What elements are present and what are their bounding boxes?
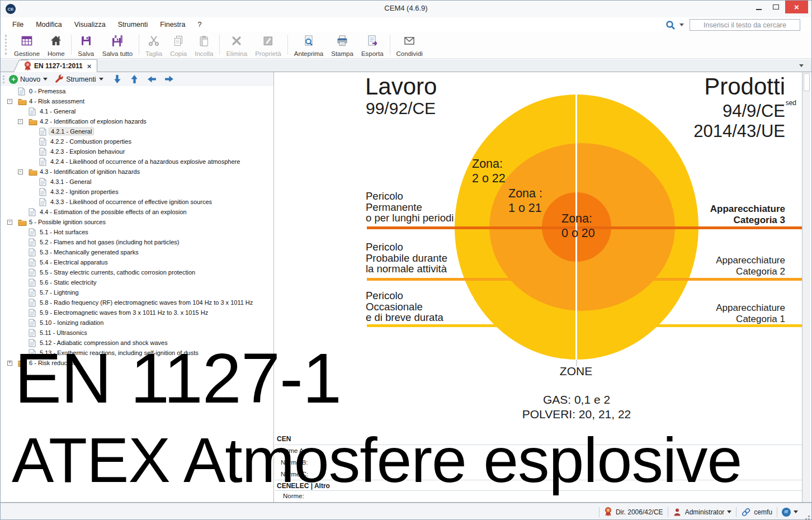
language-selector[interactable]: IT [777, 508, 802, 517]
move-left-button[interactable] [147, 74, 157, 84]
maximize-button[interactable] [767, 1, 784, 13]
tab-close-icon[interactable]: × [86, 62, 93, 70]
search-icon[interactable] [665, 20, 676, 31]
tab-en-1127[interactable]: EN 1127-1:2011 × [21, 59, 97, 72]
tree-item[interactable]: 4.2.4 - Likelihood of occurrence of a ha… [1, 157, 273, 167]
document-icon [29, 268, 38, 277]
user-label: Administrator [685, 508, 725, 516]
toolbar-button-copia: Copia [166, 31, 191, 58]
tree-item[interactable]: 5.1 - Hot surfaces [1, 227, 273, 237]
menu-finestra[interactable]: Finestra [154, 19, 191, 30]
toolbar-button-label: Incolla [195, 50, 213, 57]
tree-item[interactable]: 4.3.2 - Ignition properties [1, 187, 273, 197]
toolbar-button-home[interactable]: Home [44, 31, 69, 58]
toolbar-button-label: Elimina [226, 50, 247, 57]
resize-grip[interactable] [808, 516, 810, 517]
folder-icon [18, 98, 27, 105]
language-icon: IT [782, 508, 791, 517]
menu-help[interactable]: ? [191, 19, 207, 30]
zone-label: ZONE [537, 365, 615, 378]
title-bar: CE CEM4 (4.6.9) × [1, 1, 811, 17]
close-button[interactable]: × [785, 1, 808, 13]
tree-item[interactable]: 5.3 - Mechanically generated sparks [1, 247, 273, 257]
tab-list-caret[interactable] [799, 64, 804, 67]
move-right-button[interactable] [164, 74, 174, 84]
scrollbar-thumb[interactable] [804, 73, 810, 91]
tree-expander[interactable]: - [7, 99, 18, 104]
tree-item[interactable]: -4.3 - Identification of ignition hazard… [1, 167, 273, 177]
menu-file[interactable]: File [6, 19, 30, 30]
tree-expander[interactable]: - [18, 119, 29, 124]
tree-item[interactable]: 4.2.2 - Combustion properties [1, 136, 273, 146]
tree-item[interactable]: 5.2 - Flames and hot gases (including ho… [1, 237, 273, 247]
toolbar-grip [5, 35, 7, 55]
connection-label: cemfu [754, 508, 772, 516]
strumenti-button[interactable]: Strumenti [53, 74, 105, 84]
vertical-scrollbar[interactable] [802, 72, 810, 502]
user-caret[interactable] [727, 510, 731, 513]
tree-item-label: 5.5 - Stray electric currents, cathodic … [38, 269, 197, 276]
document-icon [29, 107, 38, 116]
tree-item[interactable]: 4.3.3 - Likelihood of occurrence of effe… [1, 197, 273, 207]
tree-item[interactable]: 0 - Premessa [1, 86, 273, 96]
language-caret[interactable] [794, 510, 798, 513]
tab-title: EN 1127-1:2011 [34, 62, 83, 70]
tree-item-label: 4.3.3 - Likelihood of occurrence of effe… [49, 198, 214, 205]
toolbar-button-gestione[interactable]: Gestione [10, 31, 44, 58]
toolbar-button-esporta[interactable]: Esporta [357, 31, 388, 58]
tree-item[interactable]: 4.2.3 - Explosion behaviour [1, 146, 273, 157]
document-icon [29, 299, 38, 307]
tab-strip [1, 59, 811, 72]
tree-item[interactable]: 5.5 - Stray electric currents, cathodic … [1, 267, 273, 277]
pericolo-probabile-label: PericoloProbabile durantela normale atti… [366, 242, 447, 275]
user-menu[interactable]: Administrator [668, 508, 737, 517]
toolbar-button-condividi[interactable]: Condividi [393, 31, 427, 58]
tree-item[interactable]: 5.8 - Radio frequency (RF) electromagnet… [1, 297, 273, 308]
tree-item[interactable]: 4.2.1 - General [1, 126, 273, 136]
toolbar-button-stampa[interactable]: Stampa [327, 31, 357, 58]
toolbar-button-salva-tutto[interactable]: Salva tutto [98, 31, 136, 58]
tree-item[interactable]: 5.9 - Electromagnetic waves from 3 x 101… [1, 308, 273, 318]
connection-item[interactable]: cemfu [737, 507, 777, 517]
tree-item[interactable]: 4.1 - General [1, 106, 273, 116]
search-input[interactable] [690, 19, 800, 31]
tree-item[interactable]: 4.4 - Estimation of the possible effects… [1, 207, 273, 217]
tree-item[interactable]: 5.10 - Ionizing radiation [1, 318, 273, 328]
user-icon [673, 508, 682, 517]
tree-item-label: 4.2 - Identification of explosion hazard… [38, 118, 148, 125]
tree-item-label: 4.3.1 - General [49, 178, 93, 185]
tree-item[interactable]: -4.2 - Identification of explosion hazar… [1, 116, 273, 126]
tree-item-label: 4 - Risk assessment [27, 98, 86, 105]
toolbar-button-anteprima[interactable]: Anteprima [290, 31, 327, 58]
tree-item[interactable]: 5.4 - Electrical apparatus [1, 257, 273, 267]
toolbar-button-taglia: Taglia [141, 31, 166, 58]
search-options-caret[interactable] [679, 23, 684, 26]
tree-item[interactable]: 5.6 - Static electricity [1, 277, 273, 287]
menu-modifica[interactable]: Modifica [30, 19, 68, 30]
tree-item[interactable]: 5.11 - Ultrasonics [1, 328, 273, 338]
tree-item-label: 4.4 - Estimation of the possible effects… [38, 209, 188, 215]
move-up-button[interactable] [129, 74, 140, 84]
directive-indicator[interactable]: Dir. 2006/42/CE [599, 507, 668, 517]
menu-strumenti[interactable]: Strumenti [112, 19, 154, 30]
strumenti-label: Strumenti [66, 75, 96, 83]
toolbar-button-label: Salva [78, 50, 94, 57]
toolbar-button-elimina: Elimina [222, 31, 251, 58]
tree-item[interactable]: 5.7 - Lightning [1, 287, 273, 297]
tree-item[interactable]: -5 - Possible ignition sources [1, 217, 273, 227]
move-down-button[interactable] [112, 74, 122, 84]
nuovo-caret[interactable] [43, 78, 48, 81]
document-icon [29, 228, 38, 237]
toolbar-button-salva[interactable]: Salva [74, 31, 98, 58]
tree-item[interactable]: -4 - Risk assessment [1, 96, 273, 106]
apparecchiature-cat2-label: ApparecchiatureCategoria 2 [716, 255, 785, 277]
print-icon [336, 33, 349, 48]
tree-expander[interactable]: - [7, 220, 18, 225]
minimize-button[interactable] [750, 1, 767, 13]
strumenti-caret[interactable] [99, 78, 103, 81]
document-icon [29, 289, 38, 297]
tree-expander[interactable]: - [18, 169, 29, 174]
tree-item[interactable]: 4.3.1 - General [1, 177, 273, 187]
menu-visualizza[interactable]: Visualizza [68, 19, 112, 30]
nuovo-button[interactable]: + Nuovo [7, 75, 49, 84]
